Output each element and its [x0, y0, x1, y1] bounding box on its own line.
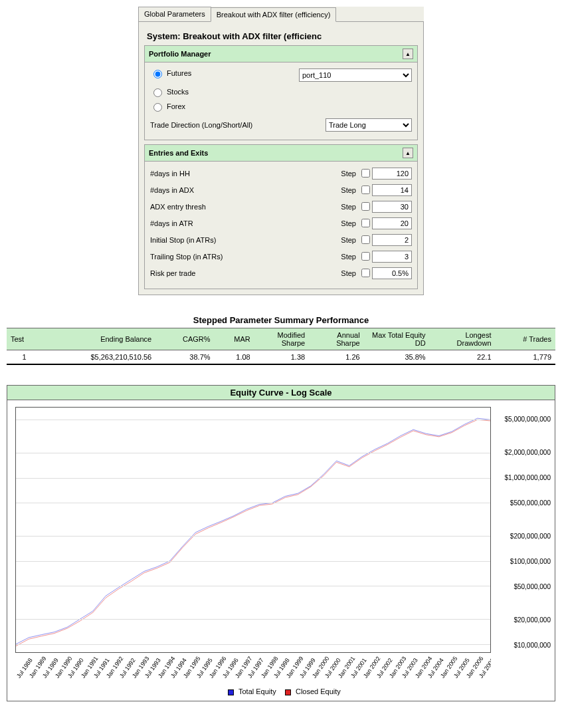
- param-input[interactable]: [372, 267, 412, 279]
- equity-plot: [15, 407, 491, 653]
- param-input[interactable]: [372, 234, 412, 246]
- x-tick-label: Jan 2003: [388, 675, 415, 686]
- x-tick-label: Jan 1993: [131, 675, 158, 686]
- gridline: [16, 478, 490, 479]
- x-tick-label: Jan 1997: [234, 675, 261, 686]
- scroll-up-icon-2[interactable]: ▲: [403, 148, 413, 158]
- th-msharpe: Modified Sharpe: [254, 328, 309, 350]
- param-row: Risk per tradeStep: [150, 267, 412, 279]
- radio-stocks[interactable]: [153, 88, 162, 97]
- label-forex: Forex: [167, 102, 185, 110]
- cell-maxdd: 35.8%: [364, 350, 430, 365]
- param-row: #days in ADXStep: [150, 183, 412, 196]
- legend-closed-label: Closed Equity: [296, 687, 341, 695]
- x-tick-label: Jul 1991: [92, 675, 120, 686]
- step-checkbox[interactable]: [361, 202, 370, 211]
- x-tick-label: Jul 1994: [169, 675, 197, 686]
- param-label: ADX entry thresh: [150, 203, 338, 211]
- tab-global[interactable]: Global Parameters: [138, 7, 211, 21]
- tab-breakout[interactable]: Breakout with ADX filter (efficiency): [211, 7, 337, 22]
- cell-msharpe: 1.38: [254, 350, 309, 365]
- x-tick-label: Jan 2004: [414, 675, 441, 686]
- y-tick-label: $10,000,000: [514, 641, 551, 648]
- th-test: Test: [7, 328, 42, 350]
- portfolio-body: Futures port_110 Stocks Forex Trade Dire…: [144, 62, 418, 140]
- x-tick-label: Jan 2001: [337, 675, 364, 686]
- x-tick-label: Jul 1992: [118, 675, 145, 686]
- param-label: Initial Stop (in ATRs): [150, 236, 338, 244]
- section-header-portfolio: Portfolio Manager ▲: [144, 45, 418, 62]
- step-checkbox[interactable]: [361, 252, 370, 261]
- cell-mar: 1.08: [215, 350, 254, 365]
- x-tick-label: Jul 1993: [143, 675, 171, 686]
- param-input[interactable]: [372, 168, 412, 180]
- cell-test: 1: [7, 350, 42, 365]
- x-tick-label: Jul 1996: [221, 675, 248, 686]
- param-row: ADX entry threshStep: [150, 200, 412, 213]
- x-tick-label: Jul 2006: [478, 675, 491, 686]
- gridline: [16, 453, 490, 453]
- param-input[interactable]: [372, 184, 412, 196]
- th-cagr: CAGR%: [155, 328, 214, 350]
- step-label: Step: [341, 253, 356, 261]
- x-tick-label: Jan 1991: [80, 675, 107, 686]
- param-input[interactable]: [372, 217, 412, 229]
- param-input[interactable]: [372, 251, 412, 263]
- equity-svg: [16, 408, 490, 652]
- legend-total-label: Total Equity: [238, 687, 276, 695]
- x-tick-label: Jan 1994: [157, 675, 184, 686]
- equity-title: Equity Curve - Log Scale: [7, 386, 555, 400]
- trade-direction-select[interactable]: Trade Long: [326, 118, 412, 132]
- th-asharpe: Annual Sharpe: [309, 328, 363, 350]
- param-label: #days in ATR: [150, 219, 338, 227]
- portfolio-select[interactable]: port_110: [299, 68, 412, 82]
- x-tick-label: Jan 2005: [439, 675, 466, 686]
- step-checkbox[interactable]: [361, 269, 370, 277]
- x-tick-label: Jan 1989: [28, 675, 55, 686]
- x-tick-label: Jul 1988: [15, 675, 43, 686]
- label-futures: Futures: [167, 69, 191, 77]
- x-tick-label: Jul 2003: [401, 675, 428, 686]
- param-label: #days in HH: [150, 170, 338, 178]
- step-checkbox[interactable]: [361, 185, 370, 194]
- scroll-up-icon[interactable]: ▲: [403, 49, 413, 59]
- x-tick-label: Jan 1996: [208, 675, 235, 686]
- step-checkbox[interactable]: [361, 235, 370, 244]
- y-tick-label: $50,000,000: [514, 582, 551, 590]
- y-tick-label: $200,000,000: [510, 533, 551, 540]
- step-checkbox[interactable]: [361, 219, 370, 227]
- x-tick-label: Jul 1998: [272, 675, 300, 686]
- label-stocks: Stocks: [167, 88, 189, 96]
- y-tick-label: $100,000,000: [510, 558, 551, 565]
- gridline: [16, 586, 490, 586]
- gridline: [16, 503, 490, 503]
- param-row: #days in ATRStep: [150, 217, 412, 229]
- step-checkbox[interactable]: [361, 169, 370, 178]
- x-tick-label: Jul 1989: [41, 675, 68, 686]
- th-trades: # Trades: [496, 328, 555, 350]
- x-tick-label: Jul 1997: [246, 675, 274, 686]
- step-label: Step: [341, 203, 356, 211]
- equity-panel: Equity Curve - Log Scale $10,000,000$20,…: [7, 385, 555, 701]
- x-tick-label: Jan 2002: [362, 675, 389, 686]
- x-tick-label: Jan 1995: [182, 675, 209, 686]
- th-ending: Ending Balance: [42, 328, 155, 350]
- x-tick-label: Jul 1990: [66, 675, 94, 686]
- radio-futures[interactable]: [153, 70, 162, 78]
- settings-panel: Global Parameters Breakout with ADX filt…: [138, 7, 424, 295]
- radio-forex[interactable]: [153, 103, 162, 112]
- x-tick-label: Jan 1992: [105, 675, 132, 686]
- y-axis-labels: $10,000,000$20,000,000$50,000,000$100,00…: [495, 407, 551, 653]
- x-tick-label: Jul 2002: [375, 675, 403, 686]
- th-maxdd: Max Total Equity DD: [364, 328, 430, 350]
- y-tick-label: $500,000,000: [510, 499, 551, 507]
- entries-body: #days in HHStep#days in ADXStepADX entry…: [144, 162, 418, 289]
- system-title: System: Breakout with ADX filter (effici…: [144, 27, 418, 45]
- param-input[interactable]: [372, 201, 412, 213]
- tab-row: Global Parameters Breakout with ADX filt…: [138, 7, 424, 21]
- step-label: Step: [341, 170, 356, 178]
- gridline: [16, 619, 490, 620]
- legend: Total Equity Closed Equity: [11, 686, 551, 698]
- trade-direction-label: Trade Direction (Long/Short/All): [150, 121, 252, 129]
- param-label: #days in ADX: [150, 186, 338, 194]
